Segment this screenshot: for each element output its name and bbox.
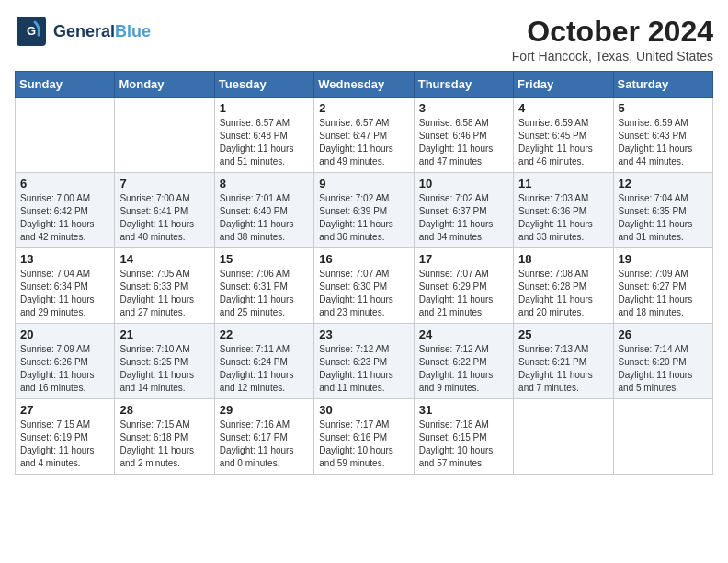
day-number: 11 bbox=[518, 177, 608, 190]
calendar-cell: 30Sunrise: 7:17 AM Sunset: 6:16 PM Dayli… bbox=[314, 399, 414, 475]
day-number: 20 bbox=[20, 327, 109, 341]
weekday-header-wednesday: Wednesday bbox=[314, 72, 414, 98]
calendar-cell: 8Sunrise: 7:01 AM Sunset: 6:40 PM Daylig… bbox=[214, 173, 313, 248]
calendar-cell: 4Sunrise: 6:59 AM Sunset: 6:45 PM Daylig… bbox=[514, 98, 613, 173]
day-number: 30 bbox=[319, 403, 408, 417]
calendar-cell: 31Sunrise: 7:18 AM Sunset: 6:15 PM Dayli… bbox=[414, 399, 513, 475]
calendar-cell: 24Sunrise: 7:12 AM Sunset: 6:22 PM Dayli… bbox=[414, 324, 513, 399]
day-info: Sunrise: 7:13 AM Sunset: 6:21 PM Dayligh… bbox=[518, 343, 608, 395]
day-info: Sunrise: 7:08 AM Sunset: 6:28 PM Dayligh… bbox=[518, 268, 608, 319]
day-number: 8 bbox=[220, 177, 309, 190]
svg-text:G: G bbox=[27, 24, 36, 38]
day-number: 7 bbox=[119, 177, 209, 190]
calendar-cell: 10Sunrise: 7:02 AM Sunset: 6:37 PM Dayli… bbox=[414, 173, 513, 248]
calendar-table: SundayMondayTuesdayWednesdayThursdayFrid… bbox=[15, 71, 713, 475]
day-number: 1 bbox=[220, 101, 309, 115]
day-number: 15 bbox=[220, 252, 309, 266]
day-number: 19 bbox=[619, 252, 708, 266]
day-number: 4 bbox=[518, 101, 608, 115]
day-number: 2 bbox=[319, 101, 408, 115]
calendar-cell: 17Sunrise: 7:07 AM Sunset: 6:29 PM Dayli… bbox=[414, 248, 513, 324]
day-number: 24 bbox=[419, 327, 508, 341]
logo-text: GeneralBlue bbox=[53, 22, 151, 41]
day-info: Sunrise: 7:05 AM Sunset: 6:33 PM Dayligh… bbox=[119, 268, 209, 319]
day-number: 12 bbox=[619, 177, 708, 190]
day-info: Sunrise: 7:12 AM Sunset: 6:23 PM Dayligh… bbox=[319, 343, 408, 395]
day-number: 5 bbox=[619, 101, 708, 115]
calendar-cell: 7Sunrise: 7:00 AM Sunset: 6:41 PM Daylig… bbox=[115, 173, 214, 248]
calendar-cell: 27Sunrise: 7:15 AM Sunset: 6:19 PM Dayli… bbox=[16, 399, 115, 475]
calendar-cell: 13Sunrise: 7:04 AM Sunset: 6:34 PM Dayli… bbox=[16, 248, 115, 324]
day-number: 25 bbox=[518, 327, 608, 341]
day-number: 10 bbox=[419, 177, 508, 190]
weekday-header-saturday: Saturday bbox=[613, 72, 712, 98]
day-number: 18 bbox=[518, 252, 608, 266]
calendar-cell: 19Sunrise: 7:09 AM Sunset: 6:27 PM Dayli… bbox=[613, 248, 712, 324]
day-info: Sunrise: 7:17 AM Sunset: 6:16 PM Dayligh… bbox=[319, 419, 408, 470]
day-info: Sunrise: 7:16 AM Sunset: 6:17 PM Dayligh… bbox=[220, 419, 309, 470]
weekday-header-monday: Monday bbox=[115, 72, 214, 98]
day-info: Sunrise: 7:18 AM Sunset: 6:15 PM Dayligh… bbox=[419, 419, 508, 470]
calendar-cell: 25Sunrise: 7:13 AM Sunset: 6:21 PM Dayli… bbox=[514, 324, 613, 399]
day-info: Sunrise: 7:03 AM Sunset: 6:36 PM Dayligh… bbox=[518, 192, 608, 244]
day-number: 23 bbox=[319, 327, 408, 341]
calendar-cell: 5Sunrise: 6:59 AM Sunset: 6:43 PM Daylig… bbox=[613, 98, 712, 173]
day-number: 17 bbox=[419, 252, 508, 266]
logo-icon: G bbox=[15, 15, 48, 48]
week-row-1: 1Sunrise: 6:57 AM Sunset: 6:48 PM Daylig… bbox=[16, 98, 713, 173]
day-info: Sunrise: 6:59 AM Sunset: 6:45 PM Dayligh… bbox=[518, 117, 608, 168]
day-number: 13 bbox=[20, 252, 109, 266]
day-number: 27 bbox=[20, 403, 109, 417]
weekday-header-friday: Friday bbox=[514, 72, 613, 98]
day-number: 28 bbox=[119, 403, 209, 417]
day-info: Sunrise: 7:06 AM Sunset: 6:31 PM Dayligh… bbox=[220, 268, 309, 319]
calendar-cell: 20Sunrise: 7:09 AM Sunset: 6:26 PM Dayli… bbox=[16, 324, 115, 399]
day-info: Sunrise: 7:07 AM Sunset: 6:29 PM Dayligh… bbox=[419, 268, 508, 319]
day-number: 22 bbox=[220, 327, 309, 341]
day-info: Sunrise: 7:04 AM Sunset: 6:35 PM Dayligh… bbox=[619, 192, 708, 244]
day-info: Sunrise: 7:14 AM Sunset: 6:20 PM Dayligh… bbox=[619, 343, 708, 395]
day-info: Sunrise: 7:00 AM Sunset: 6:41 PM Dayligh… bbox=[119, 192, 209, 244]
day-info: Sunrise: 7:15 AM Sunset: 6:18 PM Dayligh… bbox=[119, 419, 209, 470]
calendar-cell: 12Sunrise: 7:04 AM Sunset: 6:35 PM Dayli… bbox=[613, 173, 712, 248]
week-row-4: 20Sunrise: 7:09 AM Sunset: 6:26 PM Dayli… bbox=[16, 324, 713, 399]
calendar-cell: 29Sunrise: 7:16 AM Sunset: 6:17 PM Dayli… bbox=[214, 399, 313, 475]
calendar-cell: 15Sunrise: 7:06 AM Sunset: 6:31 PM Dayli… bbox=[214, 248, 313, 324]
calendar-cell: 6Sunrise: 7:00 AM Sunset: 6:42 PM Daylig… bbox=[16, 173, 115, 248]
month-title: October 2024 bbox=[512, 15, 713, 49]
day-number: 3 bbox=[419, 101, 508, 115]
day-info: Sunrise: 6:57 AM Sunset: 6:47 PM Dayligh… bbox=[319, 117, 408, 168]
day-info: Sunrise: 7:09 AM Sunset: 6:26 PM Dayligh… bbox=[20, 343, 109, 395]
calendar-cell bbox=[16, 98, 115, 173]
calendar-cell: 3Sunrise: 6:58 AM Sunset: 6:46 PM Daylig… bbox=[414, 98, 513, 173]
calendar-cell: 28Sunrise: 7:15 AM Sunset: 6:18 PM Dayli… bbox=[115, 399, 214, 475]
title-area: October 2024 Fort Hancock, Texas, United… bbox=[512, 15, 713, 63]
day-info: Sunrise: 6:59 AM Sunset: 6:43 PM Dayligh… bbox=[619, 117, 708, 168]
calendar-cell: 21Sunrise: 7:10 AM Sunset: 6:25 PM Dayli… bbox=[115, 324, 214, 399]
day-number: 26 bbox=[619, 327, 708, 341]
day-info: Sunrise: 7:02 AM Sunset: 6:39 PM Dayligh… bbox=[319, 192, 408, 244]
week-row-2: 6Sunrise: 7:00 AM Sunset: 6:42 PM Daylig… bbox=[16, 173, 713, 248]
day-info: Sunrise: 7:01 AM Sunset: 6:40 PM Dayligh… bbox=[220, 192, 309, 244]
location: Fort Hancock, Texas, United States bbox=[512, 49, 713, 63]
calendar-cell: 26Sunrise: 7:14 AM Sunset: 6:20 PM Dayli… bbox=[613, 324, 712, 399]
day-number: 6 bbox=[20, 177, 109, 190]
weekday-header-thursday: Thursday bbox=[414, 72, 513, 98]
calendar-cell: 1Sunrise: 6:57 AM Sunset: 6:48 PM Daylig… bbox=[214, 98, 313, 173]
day-number: 14 bbox=[119, 252, 209, 266]
weekday-header-sunday: Sunday bbox=[16, 72, 115, 98]
weekday-header-row: SundayMondayTuesdayWednesdayThursdayFrid… bbox=[16, 72, 713, 98]
calendar-cell: 22Sunrise: 7:11 AM Sunset: 6:24 PM Dayli… bbox=[214, 324, 313, 399]
calendar-cell bbox=[613, 399, 712, 475]
day-info: Sunrise: 7:15 AM Sunset: 6:19 PM Dayligh… bbox=[20, 419, 109, 470]
page-header: G GeneralBlue October 2024 Fort Hancock,… bbox=[15, 15, 713, 63]
day-info: Sunrise: 7:11 AM Sunset: 6:24 PM Dayligh… bbox=[220, 343, 309, 395]
day-info: Sunrise: 7:07 AM Sunset: 6:30 PM Dayligh… bbox=[319, 268, 408, 319]
calendar-cell bbox=[115, 98, 214, 173]
calendar-cell: 16Sunrise: 7:07 AM Sunset: 6:30 PM Dayli… bbox=[314, 248, 414, 324]
weekday-header-tuesday: Tuesday bbox=[214, 72, 313, 98]
day-number: 9 bbox=[319, 177, 408, 190]
day-info: Sunrise: 6:58 AM Sunset: 6:46 PM Dayligh… bbox=[419, 117, 508, 168]
calendar-cell: 2Sunrise: 6:57 AM Sunset: 6:47 PM Daylig… bbox=[314, 98, 414, 173]
day-number: 31 bbox=[419, 403, 508, 417]
